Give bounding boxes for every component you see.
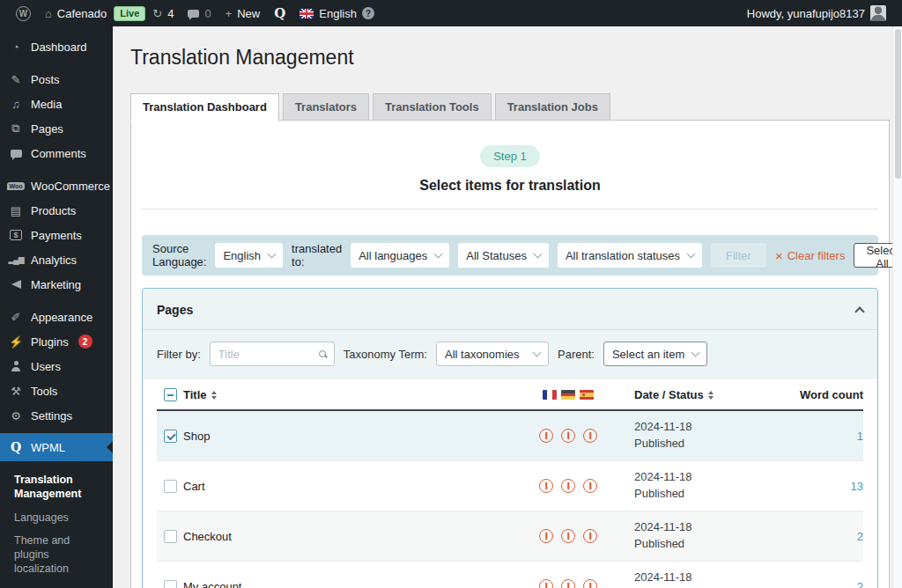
source-language-label: Source Language: — [152, 242, 206, 268]
chevron-down-icon — [691, 348, 700, 356]
sidebar-item-woocommerce[interactable]: Woo WooCommerce — [0, 173, 113, 198]
target-languages-select[interactable]: All languages — [351, 243, 449, 268]
date-status-column-header[interactable]: Date / Status — [634, 388, 784, 401]
wordpress-logo-icon[interactable]: W — [9, 0, 38, 26]
sidebar-item-marketing[interactable]: Marketing — [0, 272, 113, 297]
sort-icon[interactable] — [708, 391, 713, 400]
sidebar-item-appearance[interactable]: ✐ Appearance — [0, 305, 113, 329]
marketing-icon — [9, 280, 23, 289]
parent-select[interactable]: Select an item — [603, 342, 707, 366]
translation-needed-icon[interactable] — [539, 529, 553, 543]
posts-icon: ✎ — [9, 73, 23, 86]
tab-translation-dashboard[interactable]: Translation Dashboard — [130, 93, 279, 121]
sidebar-item-analytics[interactable]: ▂▄▆ Analytics — [0, 247, 113, 272]
translation-status-cell — [502, 429, 634, 443]
row-checkbox[interactable] — [164, 480, 177, 493]
current-menu-arrow — [107, 441, 113, 453]
media-icon: ♫ — [9, 98, 23, 111]
translation-needed-icon[interactable] — [583, 429, 597, 443]
select-all-checkbox[interactable] — [164, 388, 177, 401]
vertical-scrollbar[interactable] — [892, 26, 902, 588]
menu-separator — [0, 165, 113, 173]
collapse-chevron-up-icon[interactable] — [854, 306, 864, 316]
submenu-item-theme-plugins-localization[interactable]: Theme and plugins localization — [14, 529, 106, 581]
translation-needed-icon[interactable] — [583, 529, 597, 543]
sidebar-item-posts[interactable]: ✎ Posts — [0, 67, 113, 92]
sidebar-item-settings[interactable]: ⚙ Settings — [0, 403, 113, 428]
table-row: Shop 2024-11-18 Published 1 — [157, 411, 863, 461]
scrollbar-thumb[interactable] — [895, 29, 901, 179]
sidebar-item-tools[interactable]: ⚒ Tools — [0, 379, 113, 403]
date-status-column-label: Date / Status — [634, 388, 704, 401]
chevron-down-icon — [268, 249, 277, 258]
word-count-column-header: Word count — [784, 388, 863, 401]
submenu-item-languages[interactable]: Languages — [14, 506, 106, 529]
sidebar-item-users[interactable]: Users — [0, 354, 113, 379]
tools-icon: ⚒ — [9, 385, 23, 398]
translation-needed-icon[interactable] — [539, 579, 553, 588]
row-checkbox[interactable] — [164, 530, 177, 543]
sidebar-item-label: Payments — [31, 229, 82, 242]
source-language-select[interactable]: English — [215, 243, 283, 268]
language-switcher[interactable]: English ? — [292, 0, 381, 26]
translation-statuses-select[interactable]: All translation statuses — [558, 243, 702, 268]
row-checkbox[interactable] — [164, 430, 177, 443]
translation-needed-icon[interactable] — [539, 479, 553, 493]
comments-item[interactable]: 0 — [181, 0, 218, 26]
row-checkbox[interactable] — [164, 580, 177, 588]
taxonomy-select[interactable]: All taxonomies — [436, 342, 549, 366]
taxonomy-value: All taxonomies — [445, 348, 520, 361]
sidebar-item-payments[interactable]: $ Payments — [0, 223, 113, 247]
clear-filters-link[interactable]: × Clear filters — [775, 249, 846, 262]
tab-translators[interactable]: Translators — [283, 93, 369, 121]
sidebar-item-plugins[interactable]: ⚡ Plugins 2 — [0, 329, 113, 354]
analytics-icon: ▂▄▆ — [9, 255, 23, 264]
sidebar-item-products[interactable]: ▤ Products — [0, 198, 113, 223]
word-count-link[interactable]: 1 — [784, 430, 863, 443]
comments-icon — [188, 10, 199, 18]
dashboard-panel: Step 1 Select items for translation Sour… — [130, 120, 890, 588]
title-filter-input[interactable]: Title — [210, 342, 335, 366]
sort-icon[interactable] — [211, 391, 217, 400]
submenu-item-translations[interactable]: Translations — [14, 581, 106, 588]
account-menu[interactable]: Howdy, yunafupijo8137 — [740, 0, 893, 26]
german-flag-icon — [561, 390, 575, 400]
translation-needed-icon[interactable] — [583, 479, 597, 493]
site-name-link[interactable]: ⌂ Cafenado — [38, 0, 114, 26]
sidebar-item-pages[interactable]: ⧉ Pages — [0, 116, 113, 141]
word-count-link[interactable]: 13 — [784, 480, 863, 493]
parent-label: Parent: — [558, 348, 595, 361]
word-count-link[interactable]: 2 — [784, 530, 863, 543]
translation-status-cell — [502, 579, 634, 588]
translation-statuses-value: All translation statuses — [566, 249, 680, 262]
sidebar-item-label: Products — [31, 204, 76, 217]
filter-button[interactable]: Filter — [711, 243, 766, 268]
avatar — [870, 5, 886, 21]
wpml-submenu: Translation Management Languages Theme a… — [0, 461, 113, 588]
sidebar-item-wpml[interactable]: Q WPML — [0, 433, 113, 461]
tab-translation-jobs[interactable]: Translation Jobs — [495, 93, 610, 121]
sidebar-item-media[interactable]: ♫ Media — [0, 92, 113, 116]
word-count-link[interactable]: 2 — [784, 580, 863, 588]
translation-needed-icon[interactable] — [561, 579, 575, 588]
settings-icon: ⚙ — [9, 409, 23, 423]
help-icon[interactable]: ? — [362, 7, 374, 19]
translation-needed-icon[interactable] — [561, 479, 575, 493]
translation-needed-icon[interactable] — [561, 529, 575, 543]
translation-needed-icon[interactable] — [561, 429, 575, 443]
tab-translation-tools[interactable]: Translation Tools — [373, 93, 492, 121]
wpml-admin-bar-item[interactable]: Q — [267, 0, 292, 26]
page-title-cell: Checkout — [183, 530, 502, 543]
translation-needed-icon[interactable] — [539, 429, 553, 443]
sidebar-item-comments[interactable]: Comments — [0, 141, 113, 165]
submenu-item-translation-management[interactable]: Translation Management — [14, 468, 106, 506]
comments-icon — [9, 150, 23, 158]
updates-item[interactable]: ↻ 4 — [145, 0, 181, 26]
translation-needed-icon[interactable] — [583, 579, 597, 588]
pages-section: Pages Filter by: Title Taxonomy Term: Al… — [142, 288, 878, 588]
statuses-select[interactable]: All Statuses — [458, 243, 549, 268]
pages-section-header[interactable]: Pages — [143, 289, 877, 329]
new-content-item[interactable]: + New — [218, 0, 268, 26]
title-column-header[interactable]: Title — [183, 388, 502, 401]
sidebar-item-dashboard[interactable]: ◔ Dashboard — [0, 34, 113, 59]
